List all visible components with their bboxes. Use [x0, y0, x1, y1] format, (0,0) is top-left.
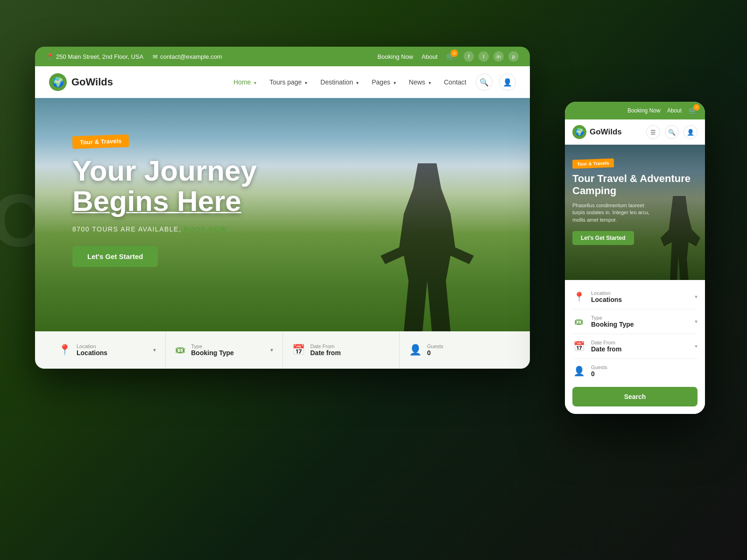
tour-badge: Tour & Travels — [72, 134, 129, 149]
home-chevron: ▾ — [254, 80, 256, 85]
mobile-logo: 🌍 GoWilds — [572, 125, 622, 139]
mobile-search-button[interactable]: 🔍 — [665, 125, 679, 139]
desktop-card: 📍 250 Main Street, 2nd Floor, USA ✉ cont… — [35, 47, 530, 369]
mobile-tour-badge: Tour & Travels — [572, 158, 614, 168]
mobile-guests-label: Guests — [591, 364, 607, 370]
mobile-type-icon: 🎟 — [572, 316, 585, 327]
mobile-location-icon: 📍 — [572, 291, 585, 302]
hero-title: Your Journey Begins Here — [72, 155, 257, 216]
mobile-navbar: 🌍 GoWilds ☰ 🔍 👤 — [565, 119, 705, 145]
mobile-logo-text: GoWilds — [590, 127, 622, 137]
email-icon: ✉ — [153, 53, 158, 60]
mobile-type-value: Booking Type — [591, 321, 634, 328]
mobile-search-button-submit[interactable]: Search — [572, 387, 698, 406]
nav-news[interactable]: News ▾ — [409, 78, 431, 86]
destination-chevron: ▾ — [356, 80, 359, 85]
type-value: Booking Type — [191, 349, 234, 357]
mobile-hero-desc: Phasellus condimentum laoreet turpis sod… — [572, 202, 656, 224]
logo-icon: 🌍 — [49, 73, 67, 91]
topbar-right: Booking Now About 🛒 0 f t in p — [377, 51, 519, 62]
type-chevron-icon: ▾ — [270, 347, 273, 353]
nav-links: Home ▾ Tours page ▾ Destination ▾ Pages … — [233, 78, 466, 86]
guests-label: Guests — [427, 343, 444, 349]
facebook-icon[interactable]: f — [464, 51, 474, 62]
mobile-cart[interactable]: 🛒 0 — [688, 106, 698, 115]
mobile-get-started-button[interactable]: Let's Get Started — [572, 231, 634, 245]
type-label: Type — [191, 343, 234, 349]
date-field-icon: 📅 — [292, 344, 305, 356]
guests-field-text: Guests 0 — [427, 343, 444, 357]
mobile-logo-icon: 🌍 — [572, 125, 586, 139]
mobile-cart-count: 0 — [693, 104, 700, 111]
mobile-guests-value: 0 — [591, 370, 607, 378]
topbar-about[interactable]: About — [422, 53, 437, 60]
guests-field-icon: 👤 — [409, 344, 422, 356]
topbar-booking-now[interactable]: Booking Now — [377, 53, 413, 60]
search-field-date[interactable]: 📅 Date From Date from — [283, 331, 400, 369]
topbar-cart[interactable]: 🛒 0 — [446, 52, 455, 61]
mobile-hero-content: Tour & Travels Tour Travel & Adventure C… — [572, 159, 705, 245]
location-chevron-icon: ▾ — [153, 347, 156, 353]
cart-badge-count: 0 — [451, 49, 458, 57]
topbar-left: 📍 250 Main Street, 2nd Floor, USA ✉ cont… — [46, 53, 222, 60]
instagram-icon[interactable]: in — [493, 51, 504, 62]
mobile-location-text: Location Locations — [591, 290, 622, 303]
location-pin-icon: 📍 — [46, 53, 54, 60]
user-button[interactable]: 👤 — [499, 74, 516, 91]
date-value: Date from — [310, 349, 341, 357]
mobile-type-text: Type Booking Type — [591, 315, 634, 328]
search-field-type[interactable]: 🎟 Type Booking Type ▾ — [166, 331, 282, 369]
type-field-icon: 🎟 — [175, 344, 185, 356]
search-field-guests[interactable]: 👤 Guests 0 — [400, 331, 516, 369]
mobile-guests-icon: 👤 — [572, 365, 585, 377]
location-label: Location — [77, 343, 107, 349]
twitter-icon[interactable]: t — [479, 51, 489, 62]
search-bar: 📍 Location Locations ▾ 🎟 Type Booking Ty… — [35, 331, 530, 369]
mobile-card: Booking Now About 🛒 0 🌍 GoWilds ☰ 🔍 👤 To… — [565, 102, 705, 414]
mobile-location-field[interactable]: 📍 Location Locations ▾ — [572, 285, 698, 309]
mobile-location-value: Locations — [591, 296, 622, 303]
search-button[interactable]: 🔍 — [476, 74, 493, 91]
guests-value: 0 — [427, 349, 444, 357]
date-field-text: Date From Date from — [310, 343, 341, 357]
mobile-location-label: Location — [591, 290, 622, 296]
hero-content: Tour & Travels Your Journey Begins Here … — [72, 135, 257, 267]
mobile-date-label: Date From — [591, 340, 621, 345]
mobile-type-label: Type — [591, 315, 634, 321]
hero-section: Tour & Travels Your Journey Begins Here … — [35, 98, 530, 369]
pages-chevron: ▾ — [394, 80, 396, 85]
social-icons: f t in p — [464, 51, 519, 62]
topbar: 📍 250 Main Street, 2nd Floor, USA ✉ cont… — [35, 47, 530, 66]
mobile-date-field[interactable]: 📅 Date From Date from ▾ — [572, 334, 698, 359]
logo[interactable]: 🌍 GoWilds — [49, 73, 113, 91]
hero-book-now[interactable]: BOOK NOW — [184, 225, 227, 233]
get-started-button[interactable]: Let's Get Started — [72, 246, 158, 267]
mobile-menu-button[interactable]: ☰ — [646, 125, 660, 139]
topbar-email: ✉ contact@example.com — [153, 53, 222, 60]
nav-tours[interactable]: Tours page ▾ — [269, 78, 307, 86]
location-value: Locations — [77, 349, 107, 357]
mobile-date-text: Date From Date from — [591, 340, 621, 353]
nav-icons: 🔍 👤 — [476, 74, 516, 91]
pinterest-icon[interactable]: p — [508, 51, 519, 62]
mobile-user-button[interactable]: 👤 — [684, 125, 698, 139]
nav-pages[interactable]: Pages ▾ — [372, 78, 396, 86]
nav-destination[interactable]: Destination ▾ — [320, 78, 359, 86]
mobile-type-chevron: ▾ — [695, 318, 698, 325]
mobile-about[interactable]: About — [667, 107, 682, 114]
mobile-location-chevron: ▾ — [695, 294, 698, 300]
nav-home[interactable]: Home ▾ — [233, 78, 256, 86]
mobile-guests-field[interactable]: 👤 Guests 0 — [572, 359, 698, 383]
search-field-location[interactable]: 📍 Location Locations ▾ — [49, 331, 166, 369]
mobile-guests-text: Guests 0 — [591, 364, 607, 378]
mobile-hero-section: Tour & Travels Tour Travel & Adventure C… — [565, 145, 705, 280]
logo-text: GoWilds — [71, 76, 113, 88]
tours-chevron: ▾ — [305, 80, 307, 85]
news-chevron: ▾ — [429, 80, 431, 85]
mobile-booking-now[interactable]: Booking Now — [627, 107, 661, 114]
mobile-search-form: 📍 Location Locations ▾ 🎟 Type Booking Ty… — [565, 280, 705, 414]
nav-contact[interactable]: Contact — [444, 78, 466, 86]
hero-title-line1: Your Journey — [72, 154, 257, 187]
topbar-address: 📍 250 Main Street, 2nd Floor, USA — [46, 53, 143, 60]
mobile-type-field[interactable]: 🎟 Type Booking Type ▾ — [572, 309, 698, 334]
